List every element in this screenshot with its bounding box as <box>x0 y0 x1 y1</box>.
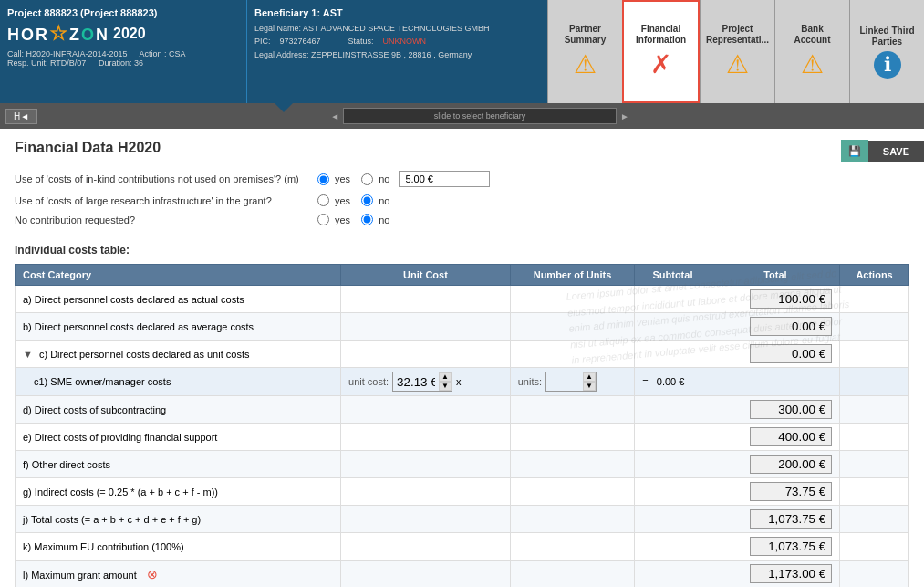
row-a-total-input[interactable] <box>750 289 832 309</box>
field1-yes-radio[interactable] <box>317 173 329 185</box>
row-k-numunits <box>510 533 634 561</box>
row-b-actions <box>840 313 909 341</box>
row-c1-total <box>711 368 839 396</box>
units-down-arrow[interactable]: ▼ <box>583 382 596 391</box>
row-a-label: a) Direct personnel costs declared as ac… <box>16 286 341 313</box>
legal-name-value: AST ADVANCED SPACE TECHNOLOGIES GMBH <box>303 24 489 33</box>
tab-project-representative[interactable]: ProjectRepresentati... ⚠ <box>700 0 774 103</box>
row-c-total-input[interactable] <box>750 344 832 363</box>
slide-right-arrow[interactable]: ► <box>617 111 633 121</box>
legal-name-label: Legal Name: <box>254 24 301 33</box>
row-j-total <box>711 506 839 533</box>
row-e-total <box>711 424 839 451</box>
form-row-1: Use of 'costs of in-kind contributions n… <box>15 171 909 187</box>
row-l-actions <box>840 561 909 588</box>
row-c1-numunits: units: ▲ ▼ <box>510 368 634 396</box>
slide-left-arrow[interactable]: ◄ <box>327 111 343 121</box>
field3-no-radio[interactable] <box>361 214 373 225</box>
form-row-2: Use of 'costs of large research infrastr… <box>15 194 909 206</box>
beneficiary-info: Legal Name: AST ADVANCED SPACE TECHNOLOG… <box>254 22 540 61</box>
row-g-total-input[interactable] <box>750 482 832 501</box>
back-button[interactable]: H◄ <box>5 109 37 124</box>
field3-yes-radio[interactable] <box>317 214 329 225</box>
row-e-total-input[interactable] <box>750 427 832 446</box>
field1-no-radio[interactable] <box>361 173 373 185</box>
row-k-subtotal <box>635 533 711 561</box>
row-l-total <box>711 561 839 588</box>
linked-third-parties-info-icon: ℹ <box>874 51 901 79</box>
row-e-actions <box>840 424 909 451</box>
row-c-actions <box>840 341 909 368</box>
col-num-units: Number of Units <box>510 265 634 286</box>
unit-cost-label: unit cost: <box>348 376 389 387</box>
table-row: d) Direct costs of subcontracting <box>16 396 909 424</box>
row-k-actions <box>840 533 909 561</box>
unit-cost-controls: unit cost: ▲ ▼ x <box>348 372 503 392</box>
call-label: Call: H2020-INFRAIA-2014-2015 <box>7 49 128 58</box>
unit-cost-arrows: ▲ ▼ <box>439 372 452 391</box>
row-b-subtotal <box>635 313 711 341</box>
units-controls: units: ▲ ▼ <box>518 372 627 392</box>
col-subtotal: Subtotal <box>635 265 711 286</box>
project-info-panel: Project 888823 (Project 888823) HOR☆ZON … <box>0 0 246 103</box>
row-k-total-input[interactable] <box>750 537 832 556</box>
unit-cost-input[interactable] <box>393 373 439 391</box>
row-f-subtotal <box>635 451 711 478</box>
table-row: a) Direct personnel costs declared as ac… <box>16 286 909 313</box>
row-d-actions <box>840 396 909 424</box>
unit-cost-up-arrow[interactable]: ▲ <box>439 372 452 382</box>
row-d-unitcost <box>341 396 511 424</box>
field2-yes-radio[interactable] <box>317 194 329 206</box>
pic-value: 973276467 <box>280 35 321 47</box>
tab-bank-account[interactable]: BankAccount ⚠ <box>774 0 849 103</box>
row-d-total-input[interactable] <box>750 400 832 419</box>
unit-cost-down-arrow[interactable]: ▼ <box>439 382 452 391</box>
row-d-label: d) Direct costs of subcontracting <box>16 396 341 424</box>
row-b-total <box>711 313 839 341</box>
call-info: Call: H2020-INFRAIA-2014-2015 Action : C… <box>7 49 239 68</box>
row-b-unitcost <box>341 313 511 341</box>
field3-no-label: no <box>379 215 389 225</box>
row-f-total <box>711 451 839 478</box>
units-spinner: ▲ ▼ <box>545 372 597 392</box>
duration-label: Duration: 36 <box>99 58 143 68</box>
row-b-total-input[interactable] <box>750 317 832 336</box>
row-j-total-input[interactable] <box>750 509 832 529</box>
cost-table: Cost Category Unit Cost Number of Units … <box>15 264 909 587</box>
row-e-subtotal <box>635 424 711 451</box>
row-g-actions <box>840 478 909 506</box>
row-l-total-input[interactable] <box>750 564 832 583</box>
row-a-actions <box>840 286 909 313</box>
row-l-label: l) Maximum grant amount ⊗ <box>16 561 341 588</box>
units-input[interactable] <box>546 373 583 391</box>
tab-financial-information[interactable]: FinancialInformation ✗ <box>622 0 700 103</box>
status-value: UNKNOWN <box>383 35 427 47</box>
legal-address-label: Legal Address: <box>254 50 309 59</box>
row-d-numunits <box>510 396 634 424</box>
row-f-label: f) Other direct costs <box>16 451 341 478</box>
project-representative-warn-icon: ⚠ <box>726 49 749 79</box>
collapse-arrow-c[interactable]: ▼ <box>23 349 33 360</box>
field1-value-input[interactable] <box>399 171 490 187</box>
save-disk-icon: 💾 <box>841 140 868 162</box>
tab-partner-summary[interactable]: PartnerSummary ⚠ <box>547 0 622 103</box>
field3-yes-label: yes <box>335 215 350 225</box>
row-j-label: j) Total costs (= a + b + c + d + e + f … <box>16 506 341 533</box>
row-c-subtotal <box>635 341 711 368</box>
row-f-numunits <box>510 451 634 478</box>
field2-no-radio[interactable] <box>361 194 373 206</box>
row-j-numunits <box>510 506 634 533</box>
row-c1-label: c1) SME owner/manager costs <box>16 368 341 396</box>
table-row: e) Direct costs of providing financial s… <box>16 424 909 451</box>
save-button[interactable]: SAVE <box>868 141 924 162</box>
tab-linked-third-parties[interactable]: Linked ThirdParties ℹ <box>849 0 924 103</box>
beneficiary-panel: Beneficiary 1: AST Legal Name: AST ADVAN… <box>246 0 547 103</box>
row-g-numunits <box>510 478 634 506</box>
units-up-arrow[interactable]: ▲ <box>583 372 596 382</box>
table-row: c1) SME owner/manager costs unit cost: ▲… <box>16 368 909 396</box>
row-c1-actions <box>840 368 909 396</box>
field1-yes-label: yes <box>335 173 350 184</box>
row-c1-subtotal: = 0.00 € <box>635 368 711 396</box>
row-f-total-input[interactable] <box>750 455 832 474</box>
table-section-title: Individual costs table: <box>15 244 909 257</box>
